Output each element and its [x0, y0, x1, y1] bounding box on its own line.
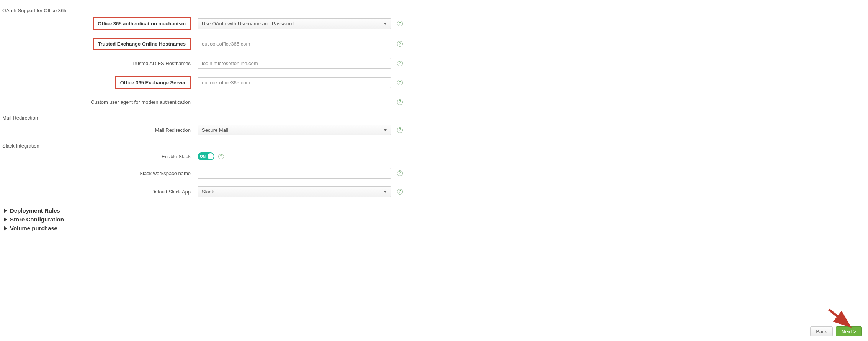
- highlight-trusted-exchange: Trusted Exchange Online Hostnames: [93, 38, 191, 50]
- input-trusted-adfs[interactable]: [198, 58, 391, 69]
- label-trusted-adfs: Trusted AD FS Hostnames: [2, 61, 198, 66]
- help-icon[interactable]: ?: [397, 80, 403, 85]
- select-auth-mechanism-value: Use OAuth with Username and Password: [202, 21, 294, 26]
- chevron-right-icon: [4, 208, 7, 213]
- highlight-exchange-server: Office 365 Exchange Server: [115, 76, 191, 89]
- toggle-knob: [208, 153, 214, 159]
- section-title-oauth: OAuth Support for Office 365: [2, 8, 866, 13]
- label-exchange-server: Office 365 Exchange Server: [2, 76, 198, 89]
- help-icon[interactable]: ?: [397, 61, 403, 66]
- input-exchange-server[interactable]: [198, 77, 391, 88]
- help-icon[interactable]: ?: [397, 21, 403, 26]
- select-mail-redirection[interactable]: Secure Mail: [198, 125, 391, 135]
- select-mail-redirection-value: Secure Mail: [202, 127, 228, 133]
- input-trusted-exchange[interactable]: [198, 39, 391, 49]
- label-slack-workspace: Slack workspace name: [2, 170, 198, 176]
- help-icon[interactable]: ?: [397, 41, 403, 47]
- label-auth-mechanism: Office 365 authentication mechanism: [2, 17, 198, 30]
- accordion-store-configuration[interactable]: Store Configuration: [4, 215, 866, 224]
- section-title-slack: Slack Integration: [2, 143, 866, 149]
- toggle-on-label: ON: [200, 154, 206, 159]
- toggle-enable-slack[interactable]: ON: [198, 152, 214, 160]
- label-mail-redirection: Mail Redirection: [2, 127, 198, 133]
- select-default-slack-app[interactable]: Slack: [198, 186, 391, 197]
- section-title-mail: Mail Redirection: [2, 115, 866, 121]
- help-icon[interactable]: ?: [397, 189, 403, 195]
- chevron-down-icon: [384, 129, 387, 131]
- chevron-right-icon: [4, 217, 7, 222]
- select-default-slack-app-value: Slack: [202, 189, 214, 195]
- chevron-right-icon: [4, 226, 7, 231]
- label-enable-slack: Enable Slack: [2, 154, 198, 159]
- accordion-label: Volume purchase: [10, 225, 57, 231]
- help-icon[interactable]: ?: [397, 170, 403, 176]
- help-icon[interactable]: ?: [218, 154, 224, 159]
- help-icon[interactable]: ?: [397, 99, 403, 105]
- help-icon[interactable]: ?: [397, 127, 403, 133]
- chevron-down-icon: [384, 23, 387, 25]
- label-trusted-exchange: Trusted Exchange Online Hostnames: [2, 38, 198, 50]
- select-auth-mechanism[interactable]: Use OAuth with Username and Password: [198, 18, 391, 29]
- chevron-down-icon: [384, 191, 387, 193]
- accordion-volume-purchase[interactable]: Volume purchase: [4, 224, 866, 233]
- input-custom-user-agent[interactable]: [198, 97, 391, 107]
- highlight-auth-mechanism: Office 365 authentication mechanism: [93, 17, 191, 30]
- accordion-label: Deployment Rules: [10, 207, 60, 214]
- label-default-slack-app: Default Slack App: [2, 189, 198, 195]
- input-slack-workspace[interactable]: [198, 168, 391, 179]
- accordion-deployment-rules[interactable]: Deployment Rules: [4, 206, 866, 215]
- label-custom-user-agent: Custom user agent for modern authenticat…: [2, 99, 198, 105]
- accordion-label: Store Configuration: [10, 216, 64, 223]
